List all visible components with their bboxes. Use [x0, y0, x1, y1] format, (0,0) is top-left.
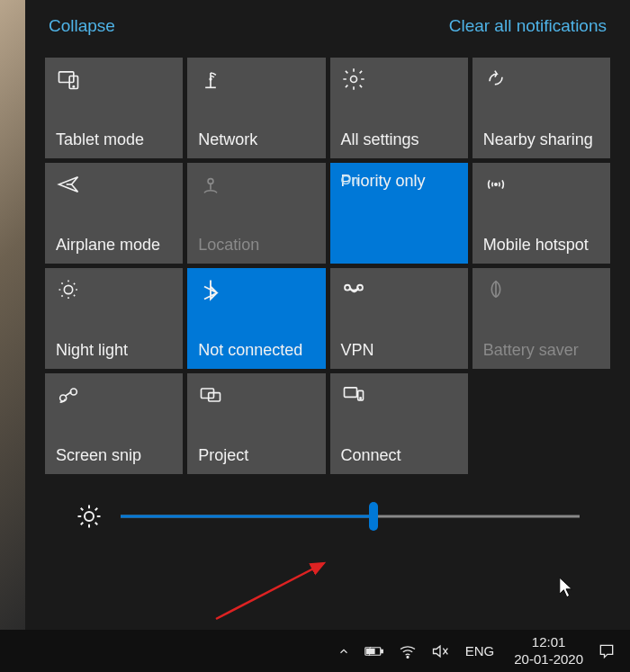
svg-point-2	[73, 85, 74, 86]
svg-point-6	[495, 184, 497, 185]
hotspot-icon	[483, 172, 599, 197]
clear-all-link[interactable]: Clear all notifications	[449, 16, 607, 36]
svg-point-17	[85, 512, 94, 521]
svg-rect-14	[344, 388, 356, 398]
tile-label: Nearby sharing	[483, 130, 599, 149]
network-icon	[198, 67, 314, 92]
tray-wifi-icon[interactable]	[399, 644, 417, 659]
tile-project[interactable]: Project	[187, 373, 325, 474]
brightness-slider[interactable]	[121, 504, 580, 529]
tile-label: Airplane mode	[56, 236, 172, 255]
top-links: Collapse Clear all notifications	[45, 16, 610, 36]
tray-action-center-icon[interactable]	[598, 642, 616, 660]
gear-icon	[341, 67, 457, 92]
tile-airplane-mode[interactable]: Airplane mode	[45, 163, 183, 264]
tile-label: Tablet mode	[56, 130, 172, 149]
tile-label: Project	[198, 446, 314, 465]
location-icon	[198, 172, 314, 197]
tile-bluetooth[interactable]: Not connected	[187, 268, 325, 369]
svg-point-7	[64, 285, 72, 293]
tile-all-settings[interactable]: All settings	[330, 58, 468, 158]
desktop-sliver	[0, 0, 25, 630]
svg-rect-0	[59, 72, 74, 83]
tile-mobile-hotspot[interactable]: Mobile hotspot	[472, 163, 610, 264]
tile-label: Connect	[341, 446, 457, 465]
svg-point-4	[350, 76, 356, 83]
action-center-panel: Collapse Clear all notifications Tablet …	[25, 0, 630, 630]
slider-thumb[interactable]	[369, 502, 378, 531]
tray-volume-muted-icon[interactable]	[431, 643, 449, 659]
tile-label: Network	[198, 130, 314, 149]
tile-label: All settings	[341, 130, 457, 149]
tile-screen-snip[interactable]: Screen snip	[45, 373, 183, 474]
slider-fill	[121, 515, 374, 518]
night-light-icon	[56, 277, 172, 302]
bluetooth-icon	[198, 277, 314, 302]
tile-label: Location	[198, 236, 314, 255]
tile-label: Night light	[56, 341, 172, 360]
tile-label: Battery saver	[483, 341, 599, 360]
nearby-sharing-icon	[483, 67, 599, 92]
taskbar: ENG 12:01 20-01-2020	[0, 630, 630, 672]
tile-nearby-sharing[interactable]: Nearby sharing	[472, 58, 610, 158]
brightness-icon	[76, 503, 103, 530]
tile-status: On	[341, 172, 359, 187]
tile-focus-assist[interactable]: On Priority only	[330, 163, 468, 264]
tray-battery-icon[interactable]	[364, 645, 384, 658]
collapse-link[interactable]: Collapse	[49, 16, 115, 36]
svg-rect-20	[381, 650, 382, 652]
tile-label: VPN	[341, 341, 457, 360]
svg-point-16	[359, 398, 360, 399]
svg-point-5	[208, 179, 213, 184]
tile-connect[interactable]: Connect	[330, 373, 468, 474]
tablet-mode-icon	[56, 67, 172, 92]
tray-overflow-icon[interactable]	[338, 645, 350, 658]
svg-point-3	[210, 78, 212, 80]
tile-night-light[interactable]: Night light	[45, 268, 183, 369]
tile-vpn[interactable]: VPN	[330, 268, 468, 369]
battery-saver-icon	[483, 277, 599, 302]
vpn-icon	[341, 277, 457, 302]
tray-language[interactable]: ENG	[465, 643, 495, 659]
tile-label: Screen snip	[56, 446, 172, 465]
project-icon	[198, 382, 314, 408]
tile-battery-saver[interactable]: Battery saver	[472, 268, 610, 369]
connect-icon	[341, 382, 457, 408]
svg-point-22	[407, 656, 409, 658]
tray-time: 12:01	[514, 634, 583, 651]
tray-date: 20-01-2020	[514, 651, 583, 668]
tile-location[interactable]: Location	[187, 163, 325, 264]
tile-label: Not connected	[198, 341, 314, 360]
quick-actions-grid: Tablet mode Network All settings	[45, 58, 610, 474]
screen-snip-icon	[56, 382, 172, 408]
tile-label: Mobile hotspot	[483, 236, 599, 255]
brightness-row	[45, 503, 610, 530]
tile-network[interactable]: Network	[187, 58, 325, 158]
tray-clock[interactable]: 12:01 20-01-2020	[514, 634, 583, 668]
airplane-icon	[56, 172, 172, 197]
tile-tablet-mode[interactable]: Tablet mode	[45, 58, 183, 158]
